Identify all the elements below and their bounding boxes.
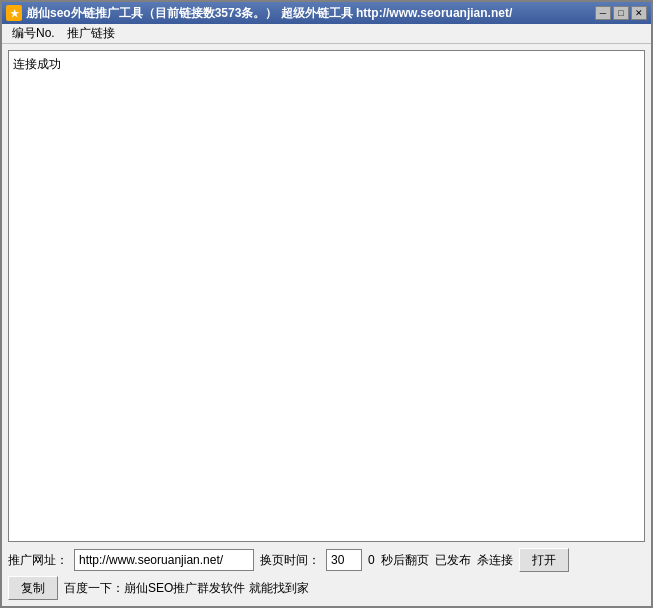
- menu-bar: 编号No. 推广链接: [2, 24, 651, 44]
- published-value: 0: [368, 553, 375, 567]
- control-row-1: 推广网址： 换页时间： 0 秒后翻页 已发布 杀连接 打开: [8, 548, 645, 572]
- time-label: 换页时间：: [260, 552, 320, 569]
- log-area: 连接成功: [8, 50, 645, 542]
- main-window: ★ 崩仙seo外链推广工具（目前链接数3573条。） 超级外链工具 http:/…: [0, 0, 653, 608]
- window-controls: ─ □ ✕: [595, 6, 647, 20]
- open-button[interactable]: 打开: [519, 548, 569, 572]
- time-input[interactable]: [326, 549, 362, 571]
- title-bar-left: ★ 崩仙seo外链推广工具（目前链接数3573条。） 超级外链工具 http:/…: [6, 5, 512, 22]
- bottom-controls: 推广网址： 换页时间： 0 秒后翻页 已发布 杀连接 打开 复制 百度一下：崩仙…: [8, 548, 645, 600]
- app-icon: ★: [6, 5, 22, 21]
- maximize-button[interactable]: □: [613, 6, 629, 20]
- log-line-1: 连接成功: [13, 55, 640, 74]
- baidu-text: 百度一下：崩仙SEO推广群发软件 就能找到家: [64, 580, 309, 597]
- close-button[interactable]: ✕: [631, 6, 647, 20]
- published-label: 已发布: [435, 552, 471, 569]
- url-label: 推广网址：: [8, 552, 68, 569]
- url-input[interactable]: [74, 549, 254, 571]
- copy-button[interactable]: 复制: [8, 576, 58, 600]
- main-content: 连接成功 推广网址： 换页时间： 0 秒后翻页 已发布 杀连接 打开 复制 百度…: [2, 44, 651, 606]
- connection-label: 杀连接: [477, 552, 513, 569]
- menu-item-id[interactable]: 编号No.: [6, 23, 61, 44]
- menu-item-promote[interactable]: 推广链接: [61, 23, 121, 44]
- seconds-label: 秒后翻页: [381, 552, 429, 569]
- title-bar: ★ 崩仙seo外链推广工具（目前链接数3573条。） 超级外链工具 http:/…: [2, 2, 651, 24]
- minimize-button[interactable]: ─: [595, 6, 611, 20]
- window-title: 崩仙seo外链推广工具（目前链接数3573条。） 超级外链工具 http://w…: [26, 5, 512, 22]
- control-row-2: 复制 百度一下：崩仙SEO推广群发软件 就能找到家: [8, 576, 645, 600]
